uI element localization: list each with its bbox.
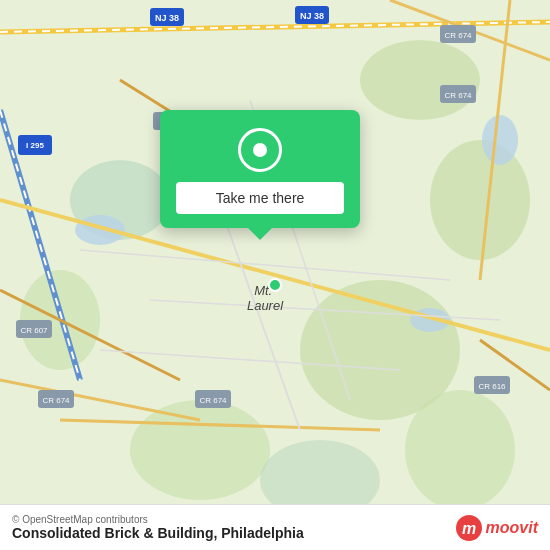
take-me-there-button[interactable]: Take me there	[176, 182, 344, 214]
bottom-left: © OpenStreetMap contributors Consolidate…	[12, 514, 304, 541]
svg-text:CR 674: CR 674	[444, 31, 472, 40]
moovit-brand-text: moovit	[486, 519, 538, 537]
popup-card: Take me there	[160, 110, 360, 228]
svg-text:CR 674: CR 674	[42, 396, 70, 405]
svg-text:NJ 38: NJ 38	[300, 11, 324, 21]
svg-text:I 295: I 295	[26, 141, 44, 150]
svg-point-0	[360, 40, 480, 120]
map-svg: NJ 38 NJ 38 I 295 CR 674 CR 674 CR 60 CR…	[0, 0, 550, 550]
svg-text:CR 674: CR 674	[199, 396, 227, 405]
svg-text:CR 616: CR 616	[478, 382, 506, 391]
svg-point-10	[482, 115, 518, 165]
pin-inner	[253, 143, 267, 157]
location-pin-icon	[238, 128, 282, 172]
svg-point-6	[405, 390, 515, 510]
place-name: Consolidated Brick & Building, Philadelp…	[12, 525, 304, 541]
svg-text:NJ 38: NJ 38	[155, 13, 179, 23]
svg-line-25	[80, 250, 450, 280]
bottom-bar: © OpenStreetMap contributors Consolidate…	[0, 504, 550, 550]
svg-line-20	[0, 380, 200, 420]
moovit-logo: m moovit	[456, 515, 538, 541]
moovit-icon: m	[456, 515, 482, 541]
map-container: NJ 38 NJ 38 I 295 CR 674 CR 674 CR 60 CR…	[0, 0, 550, 550]
svg-point-49	[269, 279, 281, 291]
svg-text:CR 674: CR 674	[444, 91, 472, 100]
svg-point-5	[130, 400, 270, 500]
osm-credit: © OpenStreetMap contributors	[12, 514, 304, 525]
svg-text:CR 607: CR 607	[20, 326, 48, 335]
svg-point-1	[430, 140, 530, 260]
svg-text:m: m	[461, 520, 475, 537]
